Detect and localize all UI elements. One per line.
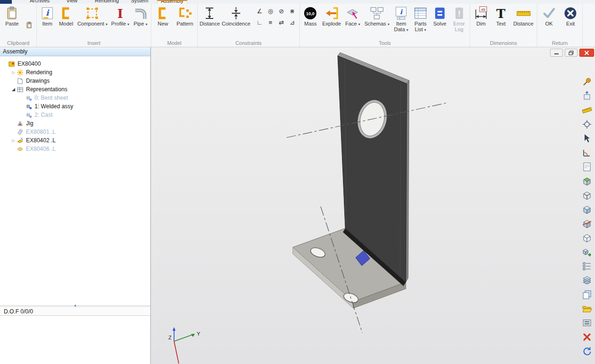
ribbon-group-label-tools: Tools bbox=[301, 40, 469, 47]
tab-assembly[interactable]: Assembly bbox=[157, 0, 187, 4]
item-data-button[interactable]: i Item Data ▾ bbox=[393, 4, 410, 33]
profile-button[interactable]: I Profile ▾ bbox=[110, 4, 130, 27]
hidden-line-cube-icon[interactable] bbox=[582, 233, 592, 243]
tree-item-label: EX80406 .L bbox=[26, 146, 56, 152]
plan-sheet-icon[interactable] bbox=[582, 162, 592, 172]
symmetry-constraint-icon[interactable]: ⋇ bbox=[288, 6, 297, 16]
tree-item-label: 2: Cast bbox=[35, 112, 52, 118]
error-log-button[interactable]: ! Error Log bbox=[451, 4, 468, 32]
viewport[interactable]: Z Y bbox=[151, 47, 595, 364]
tree-item-label: EX80801 .L bbox=[26, 129, 56, 135]
distance-constraint-icon bbox=[202, 6, 217, 21]
pattern-button[interactable]: Pattern bbox=[175, 4, 194, 26]
representation-icon bbox=[25, 95, 33, 102]
restore-button[interactable] bbox=[565, 49, 578, 57]
ruler-icon[interactable] bbox=[582, 105, 592, 115]
component-button[interactable]: Component ▾ bbox=[76, 4, 108, 27]
dim-button[interactable]: 45 Dim bbox=[472, 4, 490, 26]
perpendicular-constraint-icon[interactable]: ∟ bbox=[255, 17, 264, 27]
text-button[interactable]: T Text bbox=[492, 4, 509, 26]
pin-icon[interactable] bbox=[582, 77, 592, 87]
new-model-icon bbox=[155, 6, 170, 21]
concentric-constraint-icon[interactable]: ◎ bbox=[266, 6, 275, 16]
assembly-doc-icon bbox=[8, 61, 16, 68]
expand-collapsed-icon[interactable]: ▷ bbox=[10, 70, 17, 75]
svg-text:T: T bbox=[496, 7, 506, 21]
tree-item-rendering[interactable]: ▷Rendering bbox=[0, 68, 150, 77]
tree-item-ex80400[interactable]: EX80400 bbox=[0, 60, 150, 68]
explode-icon bbox=[324, 6, 339, 21]
tab-rendering[interactable]: Rendering bbox=[92, 0, 122, 4]
measure-angle-icon[interactable] bbox=[582, 147, 592, 158]
exit-icon bbox=[563, 6, 578, 21]
export-cube-icon[interactable] bbox=[582, 247, 592, 257]
svg-text:I: I bbox=[117, 7, 123, 21]
tree-item-0-bent-sheet[interactable]: 0: Bent sheet bbox=[0, 94, 150, 102]
pipe-button[interactable]: Pipe ▾ bbox=[132, 4, 149, 27]
select-arrow-icon[interactable] bbox=[582, 133, 592, 144]
copy-view-icon[interactable] bbox=[582, 289, 592, 300]
tab-system[interactable]: System bbox=[128, 0, 151, 4]
paste-special-button[interactable] bbox=[26, 21, 33, 29]
mass-icon: 10,0 bbox=[303, 6, 318, 21]
paste-button[interactable]: Paste bbox=[3, 4, 20, 26]
archive-drawer-icon[interactable] bbox=[582, 318, 592, 328]
expand-collapsed-icon[interactable]: ▷ bbox=[10, 139, 17, 143]
ok-button[interactable]: OK bbox=[541, 4, 558, 26]
face-icon bbox=[345, 6, 360, 21]
layers-icon[interactable] bbox=[582, 275, 592, 286]
mass-button[interactable]: 10,0 Mass bbox=[302, 4, 319, 26]
face-button[interactable]: Face ▾ bbox=[344, 4, 361, 27]
solve-button[interactable]: Solve bbox=[431, 4, 448, 26]
dropdown-arrow-icon: ▾ bbox=[387, 22, 389, 26]
snap-target-icon[interactable] bbox=[582, 119, 592, 130]
close-button[interactable] bbox=[579, 49, 594, 57]
delete-red-icon[interactable] bbox=[582, 332, 592, 342]
distance-constraint-button[interactable]: Distance bbox=[199, 4, 221, 26]
tree-item-drawings[interactable]: Drawings bbox=[0, 77, 150, 85]
ok-check-icon bbox=[542, 6, 557, 21]
coincidence-button[interactable]: Coincidence bbox=[221, 4, 252, 26]
expand-expanded-icon[interactable]: ◢ bbox=[10, 87, 17, 92]
axis-label-z: Z bbox=[168, 335, 172, 340]
tab-archives[interactable]: Archives bbox=[25, 0, 54, 4]
parts-list-small-icon[interactable] bbox=[582, 261, 592, 271]
window-controls bbox=[550, 49, 594, 57]
tangent-constraint-icon[interactable]: ⊘ bbox=[277, 6, 286, 16]
minimize-button[interactable] bbox=[550, 49, 563, 57]
tree-item-representations[interactable]: ◢Representations bbox=[0, 85, 150, 94]
ribbon-tab-strip: Archives View Rendering System Assembly bbox=[0, 0, 595, 4]
item-button[interactable]: i Item bbox=[39, 4, 56, 26]
tree-item-ex80801-l[interactable]: EX80801 .L bbox=[0, 128, 150, 136]
schemas-button[interactable]: Schemas ▾ bbox=[364, 4, 391, 27]
dropdown-arrow-icon: ▾ bbox=[105, 22, 107, 26]
3d-model-canvas[interactable]: Z Y bbox=[151, 47, 595, 364]
svg-text:45: 45 bbox=[481, 8, 485, 12]
explode-button[interactable]: Explode bbox=[321, 4, 342, 26]
equal-constraint-icon[interactable]: ⇄ bbox=[277, 17, 286, 27]
parallel-constraint-icon[interactable]: ≡ bbox=[266, 17, 275, 27]
new-button[interactable]: New bbox=[154, 4, 171, 26]
model-icon bbox=[59, 6, 74, 21]
section-cube-icon[interactable] bbox=[582, 218, 592, 229]
tree-item-ex80402-l[interactable]: ▷EX80402 .L bbox=[0, 136, 150, 145]
tree-item-jig[interactable]: Jig bbox=[0, 119, 150, 128]
application-menu-button[interactable] bbox=[0, 0, 12, 4]
open-folder-icon[interactable] bbox=[582, 303, 592, 314]
wireframe-cube-icon[interactable] bbox=[582, 190, 592, 200]
shaded-cube-icon[interactable] bbox=[582, 204, 592, 215]
refresh-icon[interactable] bbox=[582, 346, 592, 356]
model-button[interactable]: Model bbox=[58, 4, 75, 26]
fit-view-icon[interactable] bbox=[582, 91, 592, 101]
tab-view[interactable]: View bbox=[63, 0, 81, 4]
paste-special-icon bbox=[26, 21, 33, 29]
distance-dimension-button[interactable]: Distance bbox=[512, 4, 534, 26]
exit-button[interactable]: Exit bbox=[562, 4, 579, 26]
tree-item-2-cast[interactable]: 2: Cast bbox=[0, 111, 150, 119]
chamfer-constraint-icon[interactable]: ⊿ bbox=[288, 17, 297, 27]
angle-constraint-icon[interactable]: ∠ bbox=[255, 6, 264, 16]
solid-cube-icon[interactable] bbox=[582, 176, 592, 186]
tree-item-ex80406-l[interactable]: EX80406 .L bbox=[0, 145, 150, 153]
parts-list-button[interactable]: Parts List ▾ bbox=[412, 4, 429, 33]
tree-item-1-welded-assy[interactable]: 1: Welded assy bbox=[0, 102, 150, 111]
